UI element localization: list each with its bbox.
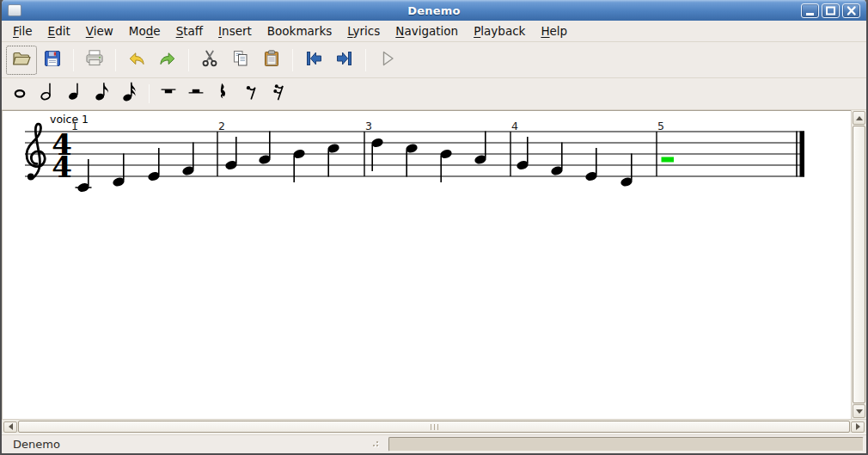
undo-icon — [126, 48, 147, 72]
minimize-icon — [803, 5, 817, 16]
final-barline-thick — [800, 132, 805, 177]
note-C5[interactable] — [327, 143, 340, 177]
arrow-down-icon — [856, 409, 863, 414]
menu-navigation[interactable]: Navigation — [388, 22, 466, 41]
toolbar-separator — [115, 49, 116, 71]
scroll-up-button[interactable] — [853, 111, 865, 125]
treble-clef[interactable] — [27, 124, 45, 180]
scroll-grip-icon — [431, 424, 438, 430]
menu-playback[interactable]: Playback — [466, 22, 533, 41]
menu-edit[interactable]: Edit — [40, 22, 78, 41]
horizontal-scroll-thumb[interactable] — [18, 421, 850, 433]
menu-lyrics[interactable]: Lyrics — [339, 22, 388, 41]
window-title: Denemo — [2, 4, 866, 17]
toolbar-separator — [188, 49, 189, 71]
title-bar[interactable]: Denemo — [2, 0, 866, 21]
sixteenth-note-icon — [119, 80, 140, 108]
go-first-icon — [303, 48, 324, 72]
quarter-note-button[interactable] — [61, 81, 89, 107]
scroll-right-button[interactable] — [851, 421, 865, 433]
open-button[interactable] — [6, 46, 37, 75]
save-button[interactable] — [37, 46, 68, 75]
denemo-window: Denemo FileEditViewModeStaffInsertBookma… — [0, 0, 868, 455]
note-D4[interactable] — [620, 154, 633, 188]
cut-button[interactable] — [194, 46, 225, 75]
arrow-left-icon — [9, 423, 13, 430]
window-controls — [801, 3, 860, 18]
half-note-icon — [37, 80, 58, 108]
toolbar-separator — [149, 84, 150, 103]
toolbar-separator — [73, 49, 74, 71]
score-canvas[interactable]: voice 14412345 — [2, 110, 851, 419]
eighth-rest-button[interactable] — [237, 81, 265, 107]
whole-note-icon — [9, 80, 30, 108]
horizontal-scrollbar[interactable] — [2, 419, 866, 433]
quarter-rest-icon — [213, 80, 234, 108]
note-F4[interactable] — [181, 143, 195, 177]
redo-button[interactable] — [152, 46, 183, 75]
horizontal-scroll-track[interactable] — [18, 421, 850, 433]
entry-cursor[interactable] — [662, 157, 675, 163]
scroll-down-button[interactable] — [853, 404, 865, 418]
print-icon — [84, 48, 105, 72]
measure-number: 2 — [218, 120, 225, 132]
staff-lines — [25, 132, 804, 176]
measure-number: 4 — [511, 120, 518, 132]
main-area: voice 14412345 — [2, 110, 866, 419]
scroll-left-button[interactable] — [3, 421, 17, 433]
note-C5[interactable] — [405, 143, 419, 177]
arrow-up-icon — [856, 116, 863, 120]
play-button[interactable] — [371, 46, 402, 75]
half-rest-icon — [186, 80, 206, 108]
arrow-right-icon — [856, 423, 860, 430]
menu-mode[interactable]: Mode — [121, 22, 168, 41]
status-text: Denemo — [13, 438, 60, 451]
menu-view[interactable]: View — [78, 22, 121, 41]
maximize-button[interactable] — [822, 3, 840, 18]
go-to-end-button[interactable] — [329, 46, 360, 75]
time-signature-denominator: 4 — [52, 150, 72, 184]
vertical-scrollbar[interactable] — [851, 110, 866, 419]
resize-grip-icon[interactable] — [368, 441, 378, 449]
maximize-icon — [823, 5, 838, 16]
paste-icon — [261, 48, 282, 72]
copy-icon — [230, 48, 251, 72]
save-icon — [42, 48, 63, 72]
go-to-beginning-button[interactable] — [298, 46, 329, 75]
close-button[interactable] — [842, 3, 860, 18]
copy-button[interactable] — [225, 46, 256, 75]
voice-label: voice 1 — [50, 113, 89, 126]
half-rest-button[interactable] — [182, 81, 210, 107]
eighth-note-button[interactable] — [89, 81, 116, 107]
menu-staff[interactable]: Staff — [168, 22, 211, 41]
half-note-button[interactable] — [34, 81, 61, 107]
eighth-note-icon — [92, 80, 113, 108]
minimize-button[interactable] — [801, 3, 819, 18]
whole-note-button[interactable] — [6, 81, 34, 107]
menu-insert[interactable]: Insert — [211, 22, 260, 41]
paste-button[interactable] — [256, 46, 287, 75]
quarter-rest-button[interactable] — [210, 81, 237, 107]
close-icon — [844, 5, 859, 16]
measure-number: 1 — [71, 120, 78, 132]
note-A4[interactable] — [474, 132, 487, 166]
menu-help[interactable]: Help — [533, 22, 575, 41]
toolbar-separator — [365, 49, 366, 71]
menu-bar: FileEditViewModeStaffInsertBookmarksLyri… — [2, 21, 866, 42]
note-F4[interactable] — [550, 143, 564, 177]
time-signature[interactable]: 44 — [52, 127, 72, 184]
note-D4[interactable] — [112, 154, 125, 188]
sixteenth-rest-button[interactable] — [265, 81, 292, 107]
whole-rest-button[interactable] — [155, 81, 182, 107]
progress-panel — [388, 437, 864, 452]
measure-number: 3 — [365, 120, 372, 132]
undo-button[interactable] — [121, 46, 152, 75]
sixteenth-note-button[interactable] — [116, 81, 144, 107]
whole-rest-icon — [158, 80, 179, 108]
menu-file[interactable]: File — [5, 22, 40, 41]
status-bar: Denemo — [2, 433, 866, 453]
menu-bookmarks[interactable]: Bookmarks — [260, 22, 339, 41]
note-A4[interactable] — [258, 132, 272, 166]
print-button[interactable] — [79, 46, 110, 75]
vertical-scroll-thumb[interactable] — [853, 126, 865, 403]
